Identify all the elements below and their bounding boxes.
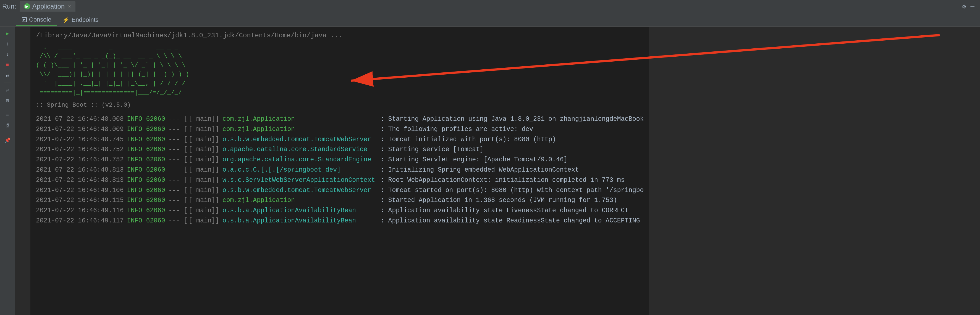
- log-thread: [ main]]: [189, 205, 223, 216]
- run-label: Run:: [2, 3, 16, 10]
- log-thread: [ main]]: [189, 155, 223, 165]
- tab-bar-right: ⚙ —: [962, 3, 980, 11]
- log-class: com.zjl.Application: [223, 114, 380, 124]
- log-level: INFO 62060: [127, 114, 168, 124]
- log-message: : Application availability state Readine…: [380, 216, 644, 226]
- log-message: : Starting Application using Java 1.8.0_…: [380, 114, 644, 124]
- log-message: : Tomcat started on port(s): 8080 (http)…: [380, 185, 644, 196]
- application-tab[interactable]: ▶ Application ×: [20, 1, 75, 12]
- console-tab-label: Console: [29, 16, 51, 23]
- wrap-button[interactable]: ⇌: [3, 86, 12, 94]
- log-level: INFO 62060: [127, 155, 168, 165]
- log-dashes: --- [: [168, 196, 188, 205]
- tab-label: Application: [32, 3, 65, 10]
- log-dashes: --- [: [168, 185, 188, 196]
- tool-panel: ▶ ↑ ↓ ■ ↺ ⇌ ⊟ ≡ ⎙ 📌: [0, 27, 15, 315]
- log-message: : Tomcat initialized with port(s): 8080 …: [380, 135, 644, 145]
- log-class: com.zjl.Application: [223, 196, 380, 205]
- spring-banner: . ____ _ __ _ _ /\\ / ___'_ __ _ _(_)_ _…: [36, 43, 644, 97]
- log-thread: [ main]]: [189, 175, 223, 185]
- log-dashes: --- [: [168, 175, 188, 185]
- tool-panel-header: [0, 13, 15, 27]
- filter-button[interactable]: ⊟: [3, 96, 12, 105]
- log-timestamp: 2021-07-22 16:46:49.116: [36, 205, 127, 216]
- log-dashes: --- [: [168, 216, 188, 226]
- log-row-8: 2021-07-22 16:46:49.115 INFO 62060 --- […: [36, 196, 644, 205]
- log-dashes: --- [: [168, 135, 188, 145]
- tab-endpoints[interactable]: ⚡ Endpoints: [57, 14, 104, 26]
- log-level: INFO 62060: [127, 165, 168, 175]
- log-class: o.a.c.c.C.[.[.[/springboot_dev]: [223, 165, 380, 175]
- console-icon: ▶: [22, 17, 27, 22]
- separator-2: [3, 108, 11, 108]
- log-row-1: 2021-07-22 16:46:48.009 INFO 62060 --- […: [36, 124, 644, 135]
- log-row-2: 2021-07-22 16:46:48.745 INFO 62060 --- […: [36, 135, 644, 145]
- log-class: o.s.b.w.embedded.tomcat.TomcatWebServer: [223, 185, 380, 196]
- log-class: org.apache.catalina.core.StandardEngine: [223, 155, 380, 165]
- settings-icon[interactable]: ⚙: [962, 3, 966, 11]
- log-class: w.s.c.ServletWebServerApplicationContext: [223, 175, 380, 185]
- log-message: : Starting Servlet engine: [Apache Tomca…: [380, 155, 644, 165]
- rerun-button[interactable]: ↺: [3, 71, 12, 80]
- console-output: /Library/Java/JavaVirtualMachines/jdk1.8…: [30, 27, 649, 315]
- log-class: o.s.b.a.ApplicationAvailabilityBean: [223, 205, 380, 216]
- log-timestamp: 2021-07-22 16:46:48.752: [36, 155, 127, 165]
- log-dashes: --- [: [168, 205, 188, 216]
- log-thread: [ main]]: [189, 114, 223, 124]
- stop-button[interactable]: ■: [3, 60, 12, 69]
- log-row-10: 2021-07-22 16:46:49.117 INFO 62060 --- […: [36, 216, 644, 226]
- app-icon: ▶: [24, 3, 30, 10]
- log-timestamp: 2021-07-22 16:46:48.009: [36, 124, 127, 135]
- log-level: INFO 62060: [127, 145, 168, 155]
- log-timestamp: 2021-07-22 16:46:49.106: [36, 185, 127, 196]
- settings-button[interactable]: ≡: [3, 111, 12, 119]
- log-class: o.apache.catalina.core.StandardService: [223, 145, 380, 155]
- log-thread: [ main]]: [189, 196, 223, 205]
- log-timestamp: 2021-07-22 16:46:48.008: [36, 114, 127, 124]
- log-timestamp: 2021-07-22 16:46:48.745: [36, 135, 127, 145]
- log-level: INFO 62060: [127, 135, 168, 145]
- log-thread: [ main]]: [189, 216, 223, 226]
- log-message: : The following profiles are active: dev: [380, 124, 644, 135]
- log-message: : Application availability state Livenes…: [380, 205, 644, 216]
- log-thread: [ main]]: [189, 185, 223, 196]
- spring-label: :: Spring Boot :: (v2.5.0): [36, 102, 131, 108]
- log-level: INFO 62060: [127, 216, 168, 226]
- log-thread: [ main]]: [189, 165, 223, 175]
- log-row-6: 2021-07-22 16:46:48.813 INFO 62060 --- […: [36, 175, 644, 185]
- log-dashes: --- [: [168, 114, 188, 124]
- log-row-5: 2021-07-22 16:46:48.813 INFO 62060 --- […: [36, 165, 644, 175]
- log-class: com.zjl.Application: [223, 124, 380, 135]
- log-message: : Started Application in 1.368 seconds (…: [380, 196, 644, 205]
- pin-button[interactable]: 📌: [3, 136, 12, 145]
- log-dashes: --- [: [168, 155, 188, 165]
- log-row-4: 2021-07-22 16:46:48.752 INFO 62060 --- […: [36, 155, 644, 165]
- endpoints-tab-label: Endpoints: [72, 16, 99, 24]
- log-level: INFO 62060: [127, 205, 168, 216]
- play-button[interactable]: ▶: [3, 29, 12, 38]
- java-path: /Library/Java/JavaVirtualMachines/jdk1.8…: [36, 30, 644, 43]
- log-dashes: --- [: [168, 145, 188, 155]
- log-row-9: 2021-07-22 16:46:49.116 INFO 62060 --- […: [36, 205, 644, 216]
- log-level: INFO 62060: [127, 185, 168, 196]
- log-level: INFO 62060: [127, 124, 168, 135]
- log-thread: [ main]]: [189, 124, 223, 135]
- log-timestamp: 2021-07-22 16:46:48.752: [36, 145, 127, 155]
- scroll-up-button[interactable]: ↑: [3, 40, 12, 48]
- minimize-icon[interactable]: —: [970, 3, 974, 10]
- print-button[interactable]: ⎙: [3, 121, 12, 130]
- log-timestamp: 2021-07-22 16:46:48.813: [36, 175, 127, 185]
- log-level: INFO 62060: [127, 196, 168, 205]
- tab-console[interactable]: ▶ Console: [16, 14, 57, 26]
- log-row-3: 2021-07-22 16:46:48.752 INFO 62060 --- […: [36, 145, 644, 155]
- log-class: o.s.b.w.embedded.tomcat.TomcatWebServer: [223, 135, 380, 145]
- log-row-7: 2021-07-22 16:46:49.106 INFO 62060 --- […: [36, 185, 644, 196]
- log-timestamp: 2021-07-22 16:46:49.115: [36, 196, 127, 205]
- log-timestamp: 2021-07-22 16:46:48.813: [36, 165, 127, 175]
- log-message: : Root WebApplicationContext: initializa…: [380, 175, 644, 185]
- scroll-down-button[interactable]: ↓: [3, 50, 12, 59]
- tab-bar: Run: ▶ Application × ⚙ —: [0, 0, 980, 13]
- log-thread: [ main]]: [189, 145, 223, 155]
- tab-close-button[interactable]: ×: [68, 3, 71, 10]
- log-class: o.s.b.a.ApplicationAvailabilityBean: [223, 216, 380, 226]
